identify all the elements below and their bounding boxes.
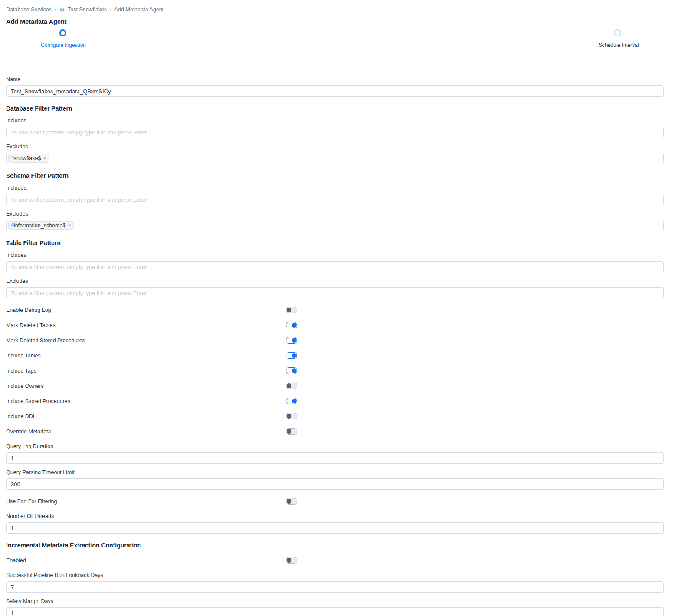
toggle-knob	[292, 399, 297, 403]
toggle-knob	[287, 558, 291, 563]
include-ddl-label: Include DDL	[6, 413, 664, 420]
include-stored-procedures-toggle[interactable]	[286, 398, 297, 404]
include-stored-procedures-label: Include Stored Procedures	[6, 398, 664, 405]
toggle-knob	[292, 353, 297, 358]
table-includes-label: Includes	[6, 252, 664, 258]
table-filter-pattern-header: Table Filter Pattern	[6, 239, 664, 246]
page-title: Add Metadata Agent	[6, 18, 664, 25]
mark-deleted-stored-procedures-toggle[interactable]	[286, 337, 297, 344]
schema-excludes-input[interactable]: ^information_schema$ ×	[6, 220, 664, 231]
number-of-threads-label: Number Of Threads	[6, 513, 664, 519]
mark-deleted-stored-procedures-label: Mark Deleted Stored Procedures	[6, 337, 664, 344]
use-fqn-for-filtering-toggle[interactable]	[286, 498, 297, 505]
schema-excludes-label: Excludes	[6, 211, 664, 217]
toggle-knob	[287, 499, 291, 504]
query-parsing-timeout-label: Query Parsing Timeout Limit	[6, 469, 664, 475]
toggle-knob	[287, 414, 291, 419]
incremental-extraction-header: Incremental Metadata Extraction Configur…	[6, 542, 664, 549]
override-metadata-toggle[interactable]	[286, 428, 297, 435]
safety-margin-days-label: Safety Margin Days	[6, 598, 664, 604]
toggle-knob	[287, 429, 291, 434]
include-tags-label: Include Tags	[6, 367, 664, 374]
chip-remove-icon[interactable]: ×	[43, 156, 46, 161]
toggle-knob	[292, 368, 297, 373]
enable-debug-log-row: Enable Debug Log	[6, 307, 664, 314]
schema-includes-label: Includes	[6, 185, 664, 191]
breadcrumb-current-page: Add Metadata Agent	[114, 7, 163, 13]
step-configure-ingestion-label: Configure Ingestion	[41, 42, 86, 48]
lookback-days-input[interactable]	[6, 581, 664, 593]
use-fqn-for-filtering-label: Use Fqn For Filtering	[6, 498, 664, 505]
step-schedule-interval-label: Schedule Interval	[599, 42, 639, 48]
mark-deleted-stored-procedures-row: Mark Deleted Stored Procedures	[6, 337, 664, 344]
query-log-duration-label: Query Log Duration	[6, 443, 664, 449]
include-stored-procedures-row: Include Stored Procedures	[6, 398, 664, 405]
toggle-knob	[292, 323, 297, 328]
db-excludes-input[interactable]: ^snowflake$ ×	[6, 153, 664, 164]
mark-deleted-tables-toggle[interactable]	[286, 322, 297, 328]
query-parsing-timeout-input[interactable]	[6, 478, 664, 490]
override-metadata-row: Override Metadata	[6, 428, 664, 435]
filter-chip: ^snowflake$ ×	[8, 154, 49, 163]
db-includes-label: Includes	[6, 118, 664, 124]
override-metadata-label: Override Metadata	[6, 428, 664, 435]
enable-debug-log-toggle[interactable]	[286, 307, 297, 313]
add-metadata-agent-page: Database Services / ❄ Test Snowflakes / …	[0, 0, 673, 616]
stepper-connector-line	[63, 33, 602, 33]
step-schedule-interval-dot[interactable]	[614, 29, 621, 36]
chip-remove-icon[interactable]: ×	[68, 223, 71, 228]
database-filter-pattern-header: Database Filter Pattern	[6, 105, 664, 112]
mark-deleted-tables-label: Mark Deleted Tables	[6, 322, 664, 329]
incremental-enabled-toggle[interactable]	[286, 557, 297, 564]
step-configure-ingestion-dot[interactable]	[59, 29, 66, 36]
use-fqn-for-filtering-row: Use Fqn For Filtering	[6, 498, 664, 505]
include-ddl-row: Include DDL	[6, 413, 664, 420]
name-input[interactable]	[6, 85, 664, 97]
chip-text: ^snowflake$	[11, 155, 41, 161]
lookback-days-label: Successful Pipeline Run Lookback Days	[6, 572, 664, 578]
safety-margin-days-input[interactable]	[6, 607, 664, 616]
include-tables-label: Include Tables	[6, 352, 664, 359]
include-tables-row: Include Tables	[6, 352, 664, 359]
schema-filter-pattern-header: Schema Filter Pattern	[6, 172, 664, 179]
include-tags-toggle[interactable]	[286, 367, 297, 374]
table-excludes-input[interactable]	[6, 287, 664, 298]
toggle-knob	[287, 308, 291, 312]
include-owners-label: Include Owners	[6, 383, 664, 390]
stepper: Configure Ingestion Schedule Interval	[6, 29, 664, 49]
include-tables-toggle[interactable]	[286, 352, 297, 359]
db-excludes-label: Excludes	[6, 144, 664, 150]
ingestion-config-form: Name Database Filter Pattern Includes Ex…	[6, 76, 664, 616]
incremental-enabled-row: Enabled	[6, 557, 664, 564]
include-ddl-toggle[interactable]	[286, 413, 297, 419]
enable-debug-log-label: Enable Debug Log	[6, 307, 664, 314]
incremental-enabled-label: Enabled	[6, 557, 664, 564]
db-includes-input[interactable]	[6, 127, 664, 138]
table-excludes-label: Excludes	[6, 278, 664, 284]
include-owners-toggle[interactable]	[286, 383, 297, 389]
snowflake-icon: ❄	[59, 7, 65, 13]
breadcrumb-separator: /	[55, 7, 56, 13]
breadcrumb: Database Services / ❄ Test Snowflakes / …	[6, 6, 664, 13]
include-owners-row: Include Owners	[6, 383, 664, 390]
query-log-duration-input[interactable]	[6, 452, 664, 464]
breadcrumb-database-services[interactable]: Database Services	[6, 7, 52, 13]
toggle-knob	[287, 383, 291, 388]
table-includes-input[interactable]	[6, 261, 664, 272]
mark-deleted-tables-row: Mark Deleted Tables	[6, 322, 664, 329]
toggle-knob	[292, 338, 297, 343]
schema-includes-input[interactable]	[6, 194, 664, 205]
breadcrumb-service-name[interactable]: Test Snowflakes	[68, 7, 107, 13]
include-tags-row: Include Tags	[6, 367, 664, 374]
breadcrumb-separator: /	[110, 7, 111, 13]
filter-chip: ^information_schema$ ×	[8, 221, 74, 230]
chip-text: ^information_schema$	[11, 223, 65, 229]
name-field-label: Name	[6, 76, 664, 82]
number-of-threads-input[interactable]	[6, 522, 664, 534]
